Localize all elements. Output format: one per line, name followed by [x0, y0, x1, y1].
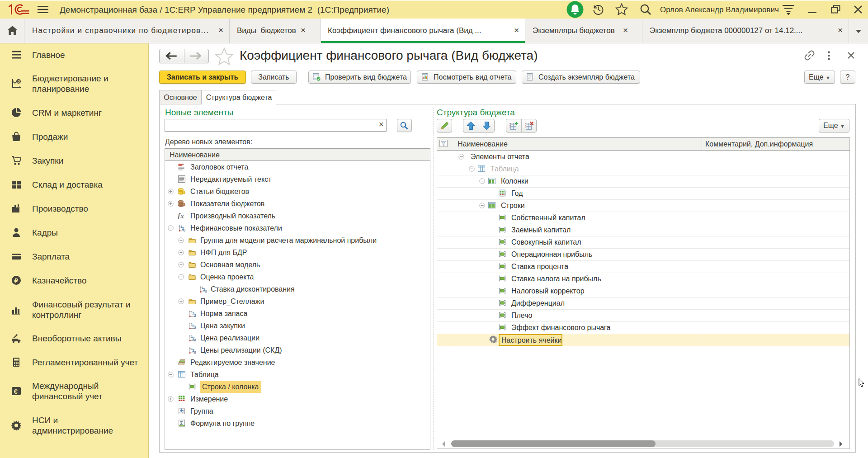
- svg-text:Σ: Σ: [180, 420, 183, 426]
- svg-text:₽: ₽: [17, 80, 20, 84]
- svg-text:3: 3: [205, 289, 207, 293]
- svg-text:3: 3: [194, 338, 196, 342]
- svg-text:3: 3: [194, 350, 196, 354]
- svg-text:3: 3: [194, 313, 196, 317]
- svg-text:fx: fx: [178, 212, 184, 219]
- svg-text:3: 3: [194, 326, 196, 330]
- svg-text:₽: ₽: [14, 277, 19, 284]
- svg-text:3: 3: [184, 228, 185, 232]
- svg-text:€: €: [14, 387, 18, 395]
